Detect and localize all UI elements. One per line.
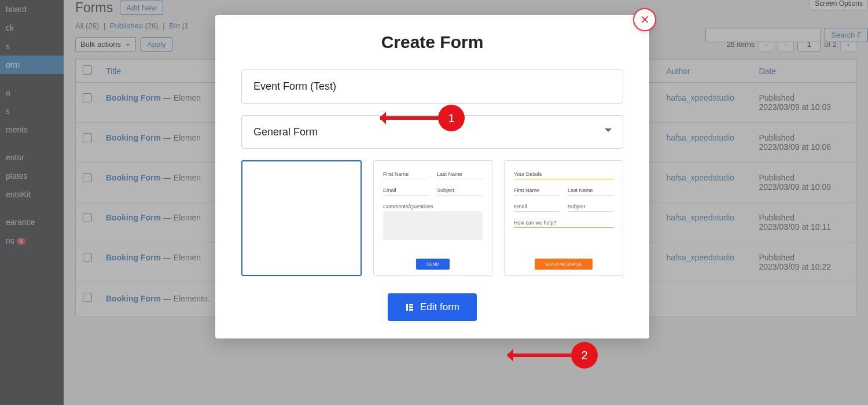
svg-rect-0: [406, 304, 408, 311]
template-details[interactable]: Your Details First Name Last Name Email …: [504, 160, 623, 276]
modal-title: Create Form: [238, 32, 626, 52]
svg-rect-2: [409, 307, 413, 308]
close-button[interactable]: ✕: [633, 8, 656, 31]
template-gallery: First Name Last Name Email Subject Comme…: [241, 160, 623, 276]
preview-send-message-button: SEND MESSAGE: [535, 259, 593, 270]
edit-form-label: Edit form: [420, 301, 459, 313]
svg-rect-1: [409, 304, 413, 305]
elementor-icon: [405, 303, 414, 312]
create-form-modal: ✕ Create Form General Form First Name La…: [215, 15, 649, 338]
preview-send-button: SEND: [416, 259, 450, 270]
svg-rect-3: [409, 309, 413, 311]
template-blank[interactable]: [241, 160, 362, 276]
form-type-select[interactable]: General Form: [241, 115, 623, 149]
form-name-input[interactable]: [241, 69, 623, 104]
template-contact[interactable]: First Name Last Name Email Subject Comme…: [373, 160, 492, 276]
edit-form-button[interactable]: Edit form: [388, 293, 477, 321]
close-icon: ✕: [640, 13, 650, 27]
